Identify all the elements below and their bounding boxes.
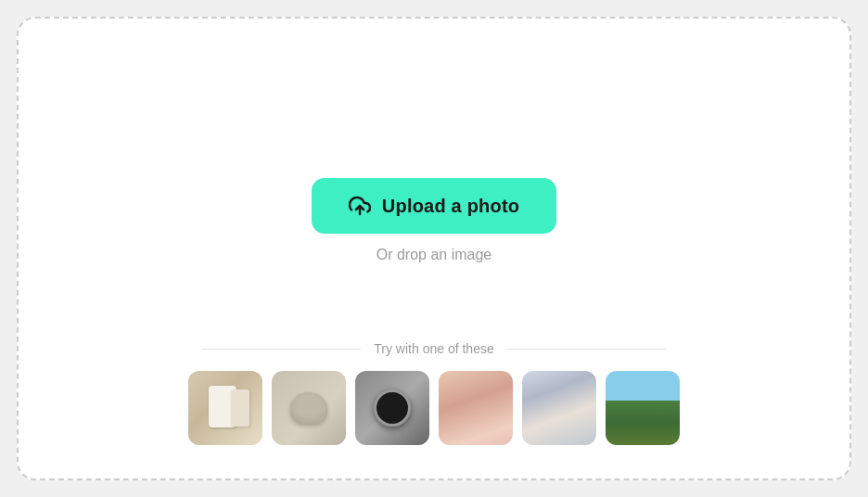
upload-icon	[349, 195, 371, 217]
sample-thumbnail-woman1	[439, 371, 513, 445]
sample-images-row	[188, 371, 680, 445]
sample-thumbnail-mountain	[606, 371, 680, 445]
sample-image-bag[interactable]	[272, 371, 346, 445]
upload-photo-button[interactable]: Upload a photo	[312, 178, 556, 234]
sample-label-row: Try with one of these	[202, 341, 666, 356]
upload-button-label: Upload a photo	[382, 196, 519, 217]
sample-thumbnail-cosmetics	[188, 371, 262, 445]
drop-zone[interactable]: Upload a photo Or drop an image Try with…	[17, 17, 851, 480]
divider-left	[202, 349, 361, 350]
sample-thumbnail-woman2	[522, 371, 596, 445]
sample-section: Try with one of these	[19, 341, 849, 445]
upload-area: Upload a photo Or drop an image	[312, 178, 556, 263]
sample-image-cosmetics[interactable]	[188, 371, 262, 445]
divider-right	[507, 349, 666, 350]
sample-image-mountain[interactable]	[606, 371, 680, 445]
drop-hint-text: Or drop an image	[377, 247, 492, 263]
sample-image-watch[interactable]	[355, 371, 429, 445]
sample-image-woman1[interactable]	[439, 371, 513, 445]
sample-thumbnail-bag	[272, 371, 346, 445]
sample-thumbnail-watch	[355, 371, 429, 445]
sample-image-woman2[interactable]	[522, 371, 596, 445]
sample-label: Try with one of these	[374, 341, 493, 356]
